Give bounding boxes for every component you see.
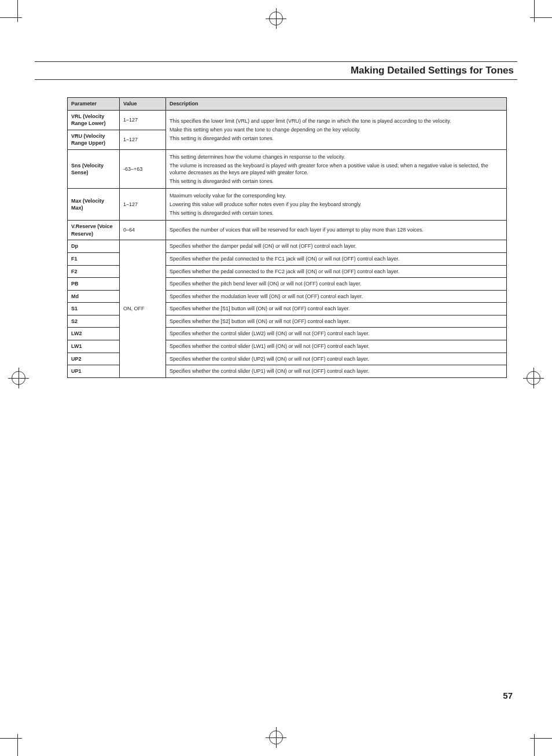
param-cell: S1	[68, 303, 120, 315]
crop-mark	[17, 734, 18, 756]
param-cell: V.Reserve (Voice Reserve)	[68, 221, 120, 240]
desc-cell: Specifies whether the pedal connected to…	[166, 252, 507, 265]
table-row: Max (Velocity Max) 1–127 Maximum velocit…	[68, 189, 507, 221]
value-cell: 1–127	[120, 110, 166, 130]
desc-cell: Specifies whether the control slider (UP…	[166, 365, 507, 378]
table-row: Dp ON, OFF Specifies whether the damper …	[68, 240, 507, 253]
desc-cell: This specifies the lower limit (VRL) and…	[166, 110, 507, 149]
header-description: Description	[166, 98, 507, 111]
desc-cell: Specifies whether the control slider (UP…	[166, 353, 507, 365]
page-header: Making Detailed Settings for Tones	[35, 61, 517, 80]
value-cell: 1–127	[120, 189, 166, 221]
desc-cell: Specifies whether the [S2] button will (…	[166, 315, 507, 328]
desc-cell: Specifies whether the pitch bend lever w…	[166, 278, 507, 291]
value-cell: 1–127	[120, 130, 166, 149]
param-cell: UP2	[68, 353, 120, 365]
crop-mark	[0, 17, 22, 18]
page-number: 57	[503, 691, 513, 700]
param-cell: Dp	[68, 240, 120, 253]
crop-mark	[534, 0, 535, 22]
desc-line: This setting is disregarded with certain…	[170, 135, 503, 142]
desc-cell: Specifies the number of voices that will…	[166, 221, 507, 240]
desc-cell: Specifies whether the control slider (LW…	[166, 328, 507, 340]
desc-cell: Specifies whether the modulation lever w…	[166, 290, 507, 303]
desc-cell: Specifies whether the control slider (LW…	[166, 340, 507, 353]
registration-mark-icon	[269, 12, 283, 25]
desc-cell: Specifies whether the [S1] button will (…	[166, 303, 507, 315]
registration-mark-icon	[269, 731, 283, 744]
param-cell: S2	[68, 315, 120, 328]
param-cell: UP1	[68, 365, 120, 378]
desc-line: Make this setting when you want the tone…	[170, 126, 503, 134]
crop-mark	[17, 0, 18, 22]
desc-cell: This setting determines how the volume c…	[166, 149, 507, 188]
param-cell: Max (Velocity Max)	[68, 189, 120, 221]
crop-mark	[530, 17, 552, 18]
table-row: Sns (Velocity Sense) -63–+63 This settin…	[68, 149, 507, 188]
param-cell: Md	[68, 290, 120, 303]
registration-mark-icon	[527, 371, 540, 385]
crop-mark	[530, 738, 552, 739]
registration-mark-icon	[12, 371, 25, 385]
desc-line: Maximum velocity value for the correspon…	[170, 192, 503, 200]
param-cell: LW2	[68, 328, 120, 340]
desc-line: Lowering this value will produce softer …	[170, 201, 503, 208]
param-cell: LW1	[68, 340, 120, 353]
param-cell: F1	[68, 252, 120, 265]
page-title: Making Detailed Settings for Tones	[351, 65, 514, 76]
desc-line: This specifies the lower limit (VRL) and…	[170, 118, 503, 125]
desc-line: This setting is disregarded with certain…	[170, 210, 503, 217]
param-cell: F2	[68, 265, 120, 278]
parameter-table: Parameter Value Description VRL (Velocit…	[67, 97, 507, 378]
header-parameter: Parameter	[68, 98, 120, 111]
table-row: V.Reserve (Voice Reserve) 0–64 Specifies…	[68, 221, 507, 240]
crop-mark	[534, 734, 535, 756]
page-content: Making Detailed Settings for Tones Param…	[35, 35, 517, 721]
crop-mark	[0, 738, 22, 739]
param-cell: VRU (Velocity Range Upper)	[68, 130, 120, 149]
desc-line: The volume is increased as the keyboard …	[170, 162, 503, 177]
desc-cell: Specifies whether the damper pedal will …	[166, 240, 507, 253]
table-row: VRL (Velocity Range Lower) 1–127 This sp…	[68, 110, 507, 130]
desc-line: This setting is disregarded with certain…	[170, 178, 503, 185]
header-value: Value	[120, 98, 166, 111]
desc-cell: Maximum velocity value for the correspon…	[166, 189, 507, 221]
param-cell: Sns (Velocity Sense)	[68, 149, 120, 188]
desc-cell: Specifies whether the pedal connected to…	[166, 265, 507, 278]
value-cell: 0–64	[120, 221, 166, 240]
parameter-table-wrap: Parameter Value Description VRL (Velocit…	[67, 97, 507, 378]
param-cell: VRL (Velocity Range Lower)	[68, 110, 120, 130]
value-cell: ON, OFF	[120, 240, 166, 378]
desc-line: This setting determines how the volume c…	[170, 153, 503, 161]
param-cell: PB	[68, 278, 120, 291]
value-cell: -63–+63	[120, 149, 166, 188]
